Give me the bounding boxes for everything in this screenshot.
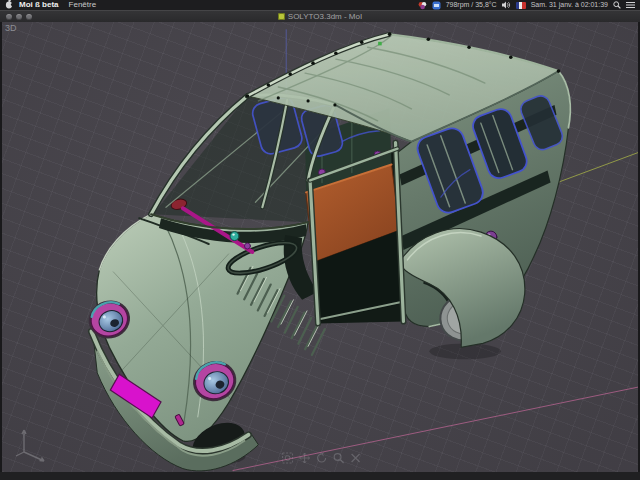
speaker-icon[interactable] (502, 1, 511, 9)
selected-control-point[interactable] (378, 42, 382, 46)
zoom-button[interactable] (26, 14, 32, 20)
minimize-button[interactable] (16, 14, 22, 20)
viewport-3d[interactable]: 3D (2, 22, 638, 472)
gear-knob[interactable] (230, 232, 239, 241)
menu-fenetre[interactable]: Fenêtre (69, 0, 97, 10)
close-button[interactable] (6, 14, 12, 20)
apple-icon (5, 0, 13, 9)
world-axis-indicator (12, 426, 48, 464)
app-menu-moi[interactable]: Moi ß beta (19, 0, 59, 10)
fan-temp-reading[interactable]: 798rpm / 35,8°C (446, 0, 497, 10)
monitor-app-icon[interactable] (432, 1, 441, 10)
solyto-van-model[interactable] (2, 22, 638, 472)
viewport-label: 3D (5, 23, 17, 33)
fan-app-icon[interactable] (418, 1, 427, 10)
title-bar[interactable]: SOLYTO3.3dm - MoI (0, 10, 640, 22)
apple-menu[interactable] (5, 0, 13, 12)
pan-icon[interactable] (299, 452, 311, 464)
document-icon (278, 13, 285, 20)
window-title: SOLYTO3.3dm - MoI (288, 12, 362, 21)
menu-clock[interactable]: Sam. 31 janv. à 02:01:39 (531, 0, 608, 10)
desktop: Moi ß beta Fenêtre 798rpm / 35,8°C Sam. … (0, 0, 640, 480)
spotlight-icon[interactable] (613, 1, 621, 9)
zoom-icon[interactable] (333, 452, 345, 464)
van-body[interactable] (84, 33, 571, 471)
french-flag-icon[interactable] (516, 2, 526, 9)
view-controls (282, 452, 362, 464)
reset-view-icon[interactable] (350, 452, 362, 464)
menu-list-icon[interactable] (626, 1, 635, 9)
menu-bar: Moi ß beta Fenêtre 798rpm / 35,8°C Sam. … (0, 0, 640, 10)
window-edge-left (0, 22, 2, 480)
rotate-icon[interactable] (316, 452, 328, 464)
window-edge-bottom (0, 472, 640, 480)
zoom-area-icon[interactable] (282, 452, 294, 464)
